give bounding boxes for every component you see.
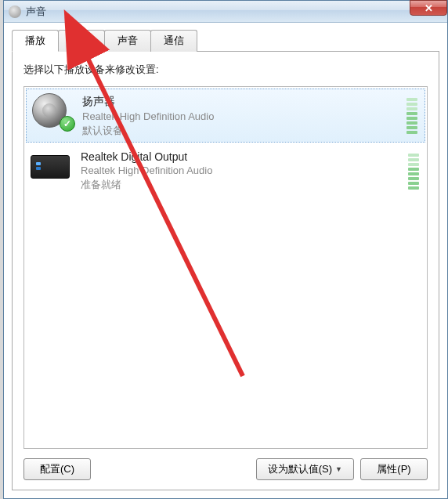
button-row: 配置(C) 设为默认值(S) ▼ 属性(P) (23, 458, 428, 480)
chevron-down-icon: ▼ (335, 465, 342, 473)
level-meter (408, 150, 419, 190)
window-title: 声音 (26, 5, 46, 19)
device-icon-wrap: ✓ (32, 93, 73, 129)
device-description: Realtek High Definition Audio (81, 165, 399, 176)
tab-recording[interactable]: 录制 (58, 30, 105, 52)
dialog-content: 播放 录制 声音 通信 选择以下播放设备来修改设置: ✓ 扬声器 Realtek… (4, 23, 447, 498)
close-button[interactable]: ✕ (410, 0, 447, 16)
properties-button[interactable]: 属性(P) (360, 458, 428, 480)
device-description: Realtek High Definition Audio (82, 110, 397, 122)
sound-icon (9, 5, 21, 18)
tab-playback[interactable]: 播放 (12, 30, 59, 52)
device-name: Realtek Digital Output (81, 150, 399, 163)
digital-output-icon (31, 155, 70, 179)
device-status: 默认设备 (82, 124, 397, 138)
set-default-label: 设为默认值(S) (268, 462, 332, 476)
sound-dialog: 声音 ✕ 播放 录制 声音 通信 选择以下播放设备来修改设置: ✓ 扬声器 Re… (3, 0, 448, 499)
level-meter (406, 95, 417, 134)
device-item-speakers[interactable]: ✓ 扬声器 Realtek High Definition Audio 默认设备 (26, 89, 425, 143)
device-text: Realtek Digital Output Realtek High Defi… (81, 149, 399, 192)
default-check-icon: ✓ (60, 116, 75, 132)
device-text: 扬声器 Realtek High Definition Audio 默认设备 (82, 93, 397, 138)
device-item-digital[interactable]: Realtek Digital Output Realtek High Defi… (24, 144, 427, 197)
set-default-button[interactable]: 设为默认值(S) ▼ (256, 458, 354, 480)
instruction-text: 选择以下播放设备来修改设置: (23, 63, 428, 77)
tab-sounds[interactable]: 声音 (104, 30, 151, 52)
tab-communications[interactable]: 通信 (150, 30, 197, 52)
device-name: 扬声器 (82, 95, 397, 109)
playback-panel: 选择以下播放设备来修改设置: ✓ 扬声器 Realtek High Defini… (12, 51, 439, 490)
tab-strip: 播放 录制 声音 通信 (12, 29, 439, 51)
configure-button[interactable]: 配置(C) (23, 458, 91, 480)
device-list[interactable]: ✓ 扬声器 Realtek High Definition Audio 默认设备 (23, 86, 428, 449)
device-status: 准备就绪 (81, 178, 399, 192)
titlebar: 声音 ✕ (4, 1, 447, 23)
device-icon-wrap (31, 149, 71, 185)
